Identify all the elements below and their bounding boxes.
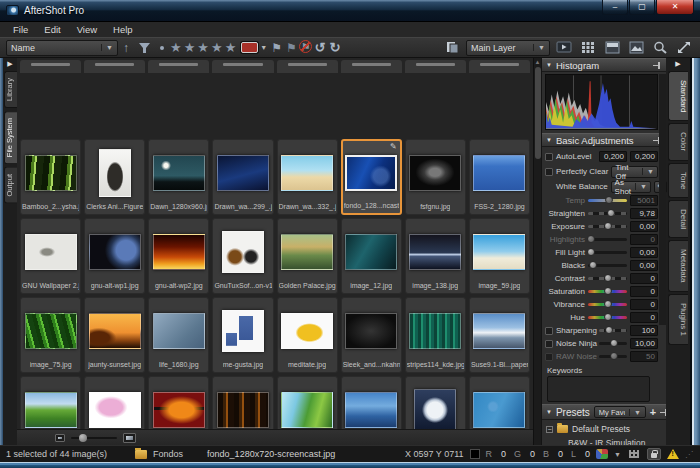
maximize-button[interactable]: ▢: [629, 0, 655, 15]
flag-reject-button[interactable]: ⚑: [301, 41, 311, 54]
right-tab[interactable]: Metadata: [668, 240, 688, 291]
thumb-cell[interactable]: Sleek_and...nkahn.jpg: [341, 297, 402, 373]
thumb-cell[interactable]: image_75.jpg: [20, 297, 81, 373]
adjustment-value-field[interactable]: 50: [630, 351, 658, 362]
scroll-up-arrow[interactable]: ▲: [535, 58, 541, 66]
thumb-cell[interactable]: GNU Wallpaper 2.jpg: [20, 218, 81, 294]
pin-icon[interactable]: [660, 409, 666, 416]
slider-knob[interactable]: [605, 196, 613, 204]
lock-button[interactable]: [647, 448, 661, 460]
menu-item[interactable]: File: [6, 23, 35, 36]
adjustment-slider[interactable]: [588, 290, 627, 293]
thumb-cell[interactable]: Dawn_1280x960.jpg: [148, 139, 209, 215]
copy-settings-button[interactable]: [442, 40, 462, 55]
grid-scrollbar[interactable]: ▲: [533, 58, 541, 445]
collapse-triangle-icon[interactable]: ▼: [546, 137, 552, 143]
adjustment-slider[interactable]: [599, 355, 627, 358]
proof-grid-button[interactable]: [627, 448, 641, 460]
minimize-button[interactable]: –: [602, 0, 628, 15]
adjustment-value-field[interactable]: 0: [630, 273, 658, 284]
scrollbar-thumb[interactable]: [535, 67, 541, 159]
current-folder[interactable]: Fondos: [153, 449, 183, 459]
thumb-cell-partial[interactable]: [469, 60, 530, 73]
rating-none-button[interactable]: [160, 46, 164, 50]
collapse-left-panel-arrow[interactable]: ▶: [7, 60, 12, 68]
adjustment-slider[interactable]: [588, 251, 627, 254]
slider-knob[interactable]: [610, 339, 618, 347]
autolevel-high-field[interactable]: 0,200: [630, 151, 658, 162]
adjustment-slider[interactable]: [588, 316, 627, 319]
thumb-cell[interactable]: Bamboo_2...ysha.jpg: [20, 139, 81, 215]
rotate-left-button[interactable]: ↺: [315, 41, 326, 54]
thumb-cell[interactable]: GnuTuxSof...on-v1.jpg: [212, 218, 273, 294]
thumb-cell[interactable]: Drawn_wa...332_.jpg: [277, 139, 338, 215]
color-profile-icon[interactable]: [596, 449, 608, 459]
right-tab[interactable]: Detail: [668, 200, 688, 238]
left-tab[interactable]: Library: [4, 71, 17, 108]
fullscreen-button[interactable]: [674, 40, 694, 55]
slider-knob[interactable]: [605, 326, 613, 334]
basic-adjustments-header[interactable]: ▼ Basic Adjustments: [542, 133, 666, 147]
thumb-cell[interactable]: Unveil.jpeg: [212, 376, 273, 429]
resize-grip[interactable]: ⋰: [685, 450, 694, 459]
adjustment-value-field[interactable]: 0,00: [630, 260, 658, 271]
adjustment-value-field[interactable]: 0,00: [630, 247, 658, 258]
thumb-cell[interactable]: FSS-2_1280.jpg: [469, 139, 530, 215]
autolevel-checkbox[interactable]: [545, 153, 553, 161]
thumb-cell[interactable]: image_59.jpg: [469, 218, 530, 294]
thumb-cell[interactable]: Wallpaper02.jpg: [469, 376, 530, 429]
menu-item[interactable]: Edit: [37, 23, 67, 36]
close-button[interactable]: ✕: [656, 0, 694, 15]
adjustment-checkbox[interactable]: [545, 327, 553, 335]
slider-knob[interactable]: [587, 235, 595, 243]
star-icon[interactable]: ★: [211, 41, 224, 54]
preview-view-button[interactable]: [626, 40, 646, 55]
tree-expander-icon[interactable]: −: [546, 426, 553, 433]
star-icon[interactable]: ★: [225, 41, 238, 54]
magnifier-button[interactable]: [650, 40, 670, 55]
adjustment-slider[interactable]: [599, 329, 627, 332]
large-thumbnails-icon[interactable]: [123, 433, 136, 443]
thumb-cell-partial[interactable]: [212, 60, 273, 73]
flag-pick-button[interactable]: ⚑: [271, 42, 282, 54]
collapse-right-panel-arrow[interactable]: ▶: [675, 60, 680, 68]
adjustment-checkbox[interactable]: [545, 353, 553, 361]
thumb-cell[interactable]: ✎ fondo_128...ncast.jpg: [341, 139, 402, 215]
slider-knob[interactable]: [604, 222, 612, 230]
rotate-right-button[interactable]: ↻: [330, 41, 341, 54]
adjustment-slider[interactable]: [588, 264, 627, 267]
layer-dropdown[interactable]: Main Layer ▼: [466, 40, 550, 56]
thumb-cell[interactable]: Suse9.1-G...apers.jpg: [20, 376, 81, 429]
small-thumbnails-icon[interactable]: [55, 434, 65, 442]
thumbnail-view-button[interactable]: [578, 40, 598, 55]
adjustment-value-field[interactable]: 0: [630, 312, 658, 323]
slider-knob[interactable]: [589, 261, 597, 269]
star-icon[interactable]: ★: [197, 41, 210, 54]
collapse-triangle-icon[interactable]: ▼: [546, 62, 552, 68]
thumb-cell[interactable]: vista-wall...r-dock.jpg: [341, 376, 402, 429]
menu-item[interactable]: View: [70, 23, 104, 36]
panel-scrollbar[interactable]: [659, 74, 666, 325]
histogram-header[interactable]: ▼ Histogram: [542, 58, 666, 72]
filter-button[interactable]: [134, 40, 154, 55]
preset-item[interactable]: − B&W - IR Simulation: [546, 436, 664, 445]
adjustment-value-field[interactable]: 5001: [630, 195, 658, 206]
adjustment-value-field[interactable]: 100: [630, 325, 658, 336]
thumb-cell-partial[interactable]: [148, 60, 209, 73]
adjustment-slider[interactable]: [599, 342, 627, 345]
slideshow-button[interactable]: [554, 40, 574, 55]
left-tab[interactable]: Output: [4, 167, 17, 204]
slider-knob[interactable]: [610, 352, 618, 360]
slider-knob[interactable]: [79, 434, 87, 442]
adjustment-value-field[interactable]: 9,78: [630, 208, 658, 219]
slider-knob[interactable]: [604, 287, 612, 295]
sort-dropdown[interactable]: Name ▼: [6, 40, 118, 56]
right-tab[interactable]: Plugins 1: [668, 294, 688, 345]
slider-knob[interactable]: [604, 300, 612, 308]
adjustment-value-field[interactable]: 0: [630, 286, 658, 297]
thumb-cell-partial[interactable]: [20, 60, 81, 73]
autolevel-low-field[interactable]: 0,200: [599, 151, 627, 162]
right-tab[interactable]: Standard: [668, 71, 688, 121]
flag-finished-button[interactable]: ⚑: [286, 42, 297, 54]
adjustment-slider[interactable]: [588, 238, 627, 241]
